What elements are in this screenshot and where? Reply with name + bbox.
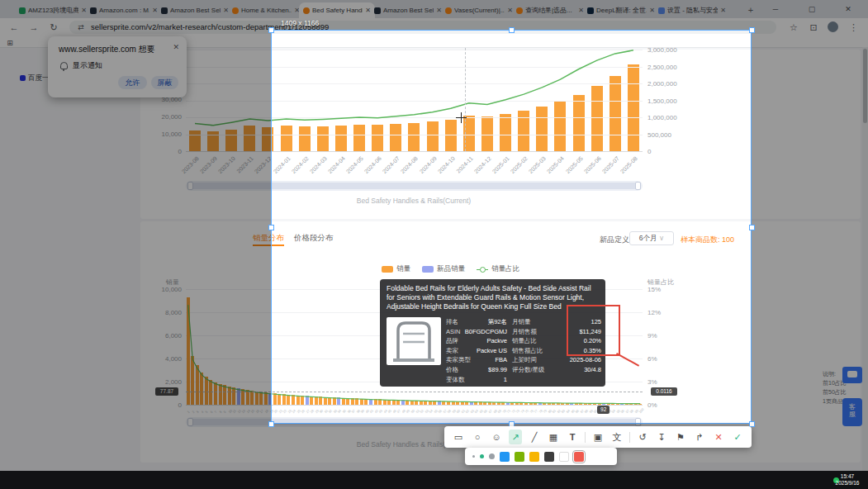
rect-tool-icon[interactable]: ▭ — [452, 430, 465, 444]
snip-resize-handle[interactable] — [749, 27, 755, 33]
side-note-line: 前50占比 — [823, 388, 847, 396]
notification-permission-popup: www.sellersprite.com 想要 ✕ 显示通知 允许 屏蔽 — [48, 36, 187, 97]
chart2-left-tick: 2,000 — [149, 378, 182, 386]
popup-request-text: 显示通知 — [73, 60, 102, 71]
pin-image-tool-icon[interactable]: ▣ — [591, 430, 605, 444]
forward-icon[interactable]: → — [28, 21, 40, 33]
tab-favicon — [90, 7, 97, 14]
chart2-left-tick: 4,000 — [149, 355, 182, 363]
close-icon[interactable]: ✕ — [173, 43, 179, 51]
profile-avatar[interactable] — [828, 21, 838, 32]
chart1-left-tick: 10,000 — [149, 131, 182, 138]
apps-grid-icon[interactable]: ⊞ — [5, 37, 15, 49]
chart2-left-tick: 6,000 — [149, 332, 182, 339]
browser-tab-1[interactable]: AMZ123跨境电商导航✕ — [15, 2, 91, 18]
toolbar-separator — [629, 432, 630, 443]
tab-close-icon[interactable]: ✕ — [720, 7, 726, 14]
maximize-button[interactable]: ▢ — [798, 0, 826, 18]
tab-label: Amazon Best Sell... — [170, 7, 221, 14]
stroke-size-dot[interactable] — [489, 453, 495, 459]
tab-favicon — [374, 7, 381, 14]
text-tool-icon[interactable]: T — [566, 430, 579, 444]
bookmark-favicon — [20, 75, 26, 81]
chart2-left-tick: 10,000 — [149, 286, 182, 293]
windows-taskbar: ⊞ — [0, 471, 868, 489]
extensions-icon[interactable]: ⊡ — [808, 21, 819, 33]
color-swatch[interactable] — [544, 452, 554, 462]
tab-label: Vases(Current)|... — [454, 7, 505, 14]
pin-button-icon[interactable]: ⚑ — [674, 430, 687, 444]
emoji-tool-icon[interactable]: ☺ — [490, 430, 503, 444]
chat-widget-button[interactable] — [842, 367, 862, 383]
scrollbar-thumb[interactable] — [863, 49, 867, 123]
share-button-icon[interactable]: ↱ — [693, 430, 706, 444]
browser-tab-bar: AMZ123跨境电商导航✕Amazon.com : M...✕Amazon Be… — [0, 0, 868, 18]
snip-resize-handle[interactable] — [749, 225, 755, 230]
line-tool-icon[interactable]: ╱ — [528, 430, 541, 444]
stroke-size-dot[interactable] — [472, 455, 475, 458]
tab-favicon — [303, 7, 310, 14]
reload-icon[interactable]: ↻ — [48, 21, 59, 33]
snip-color-palette — [465, 448, 617, 465]
snip-resize-handle[interactable] — [268, 421, 274, 427]
color-swatch[interactable] — [500, 452, 510, 462]
browser-tab-2[interactable]: Amazon.com : M...✕ — [86, 2, 162, 18]
tab-favicon — [445, 7, 452, 14]
site-info-icon[interactable]: ⇄ — [76, 21, 86, 33]
snip-resize-handle[interactable] — [268, 27, 274, 33]
snip-annotation-toolbar: ▭○☺↗╱▦T▣文↺↧⚑↱✕✓ — [444, 426, 752, 448]
color-swatch[interactable] — [529, 452, 539, 462]
minimize-button[interactable]: ─ — [761, 0, 790, 18]
toolbar-separator — [585, 432, 586, 443]
browser-tab-5[interactable]: Bed Safety Handl...✕ — [299, 2, 375, 18]
color-swatch[interactable] — [574, 452, 584, 462]
chart2-left-tick: 0 — [149, 401, 182, 409]
tab-label: Bed Safety Handl... — [312, 7, 363, 14]
tab-favicon — [161, 7, 168, 14]
undo-button-icon[interactable]: ↺ — [636, 430, 649, 444]
popup-title: www.sellersprite.com 想要 — [59, 44, 155, 55]
color-swatch[interactable] — [515, 452, 524, 462]
browser-tab-7[interactable]: Vases(Current)|...✕ — [441, 2, 517, 18]
browser-tab-3[interactable]: Amazon Best Sell...✕ — [157, 2, 233, 18]
tab-label: Amazon.com : M... — [99, 7, 149, 14]
chat-bubble-icon — [847, 371, 857, 377]
page-scrollbar[interactable] — [862, 47, 868, 471]
snip-size-label: 1409 x 1166 — [281, 19, 319, 27]
new-tab-button[interactable]: + — [745, 4, 757, 16]
tab-favicon — [516, 7, 523, 14]
tab-label: Home & Kitchen... — [241, 7, 292, 14]
taskbar-clock[interactable]: 15:472025/9/16 — [828, 473, 866, 487]
snip-selection-window[interactable] — [271, 30, 752, 424]
close-window-button[interactable]: ✕ — [834, 0, 862, 18]
arrow-tool-icon[interactable]: ↗ — [509, 430, 522, 444]
allow-button[interactable]: 允许 — [118, 76, 147, 89]
tab-label: AMZ123跨境电商导航 — [28, 6, 78, 15]
save-button-icon[interactable]: ↧ — [655, 430, 668, 444]
browser-tab-8[interactable]: 查询结果|选品...✕ — [512, 2, 588, 18]
tab-favicon — [19, 7, 26, 14]
ellipse-tool-icon[interactable]: ○ — [471, 430, 484, 444]
customer-service-button[interactable]: 客服 — [842, 398, 862, 426]
mosaic-tool-icon[interactable]: ▦ — [547, 430, 560, 444]
browser-tab-9[interactable]: DeepL翻译: 全世...✕ — [583, 2, 659, 18]
bookmark-star-icon[interactable]: ☆ — [788, 21, 799, 33]
chart1-left-tick: 20,000 — [149, 113, 182, 121]
axis-pointer-left-badge: 77.87 — [155, 387, 178, 396]
block-button[interactable]: 屏蔽 — [151, 76, 178, 89]
ocr-tool-icon[interactable]: 文 — [610, 430, 624, 444]
snip-resize-handle[interactable] — [509, 27, 515, 33]
tab-favicon — [658, 7, 665, 14]
browser-tab-4[interactable]: Home & Kitchen...✕ — [228, 2, 304, 18]
screen: AMZ123跨境电商导航✕Amazon.com : M...✕Amazon Be… — [0, 0, 868, 489]
tab-label: DeepL翻译: 全世... — [596, 6, 647, 15]
confirm-button-icon[interactable]: ✓ — [731, 430, 744, 444]
browser-tab-10[interactable]: 设置 - 隐私与安全✕ — [654, 2, 730, 18]
back-icon[interactable]: ← — [8, 21, 20, 33]
browser-menu-icon[interactable]: ⋮ — [849, 21, 857, 33]
stroke-size-dot[interactable] — [480, 454, 484, 458]
browser-tab-6[interactable]: Amazon Best Sell...✕ — [370, 2, 446, 18]
snip-resize-handle[interactable] — [268, 225, 274, 230]
cancel-button-icon[interactable]: ✕ — [712, 430, 725, 444]
color-swatch[interactable] — [559, 452, 569, 462]
